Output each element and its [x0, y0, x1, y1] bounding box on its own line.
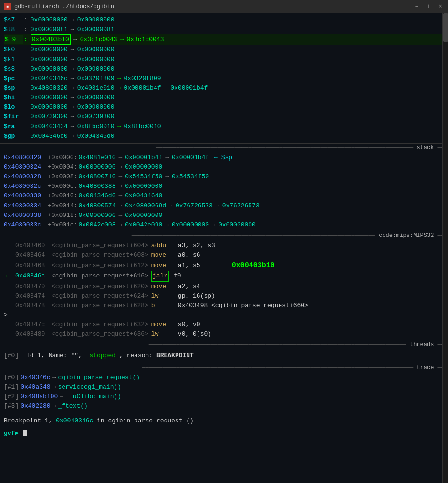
register-s8: $s8 0x00000000 → 0x00000000 [4, 64, 444, 74]
scrollbar[interactable] [442, 13, 448, 483]
titlebar: ■ gdb-multiarch ./htdocs/cgibin − + × [0, 0, 448, 13]
trace-section-label: ────────────────────────────────────────… [0, 363, 448, 372]
registers-section: $s7 : 0x00000000 → 0x00000000 $t8 : 0x00… [0, 13, 448, 143]
code-section: 0x403460 <cgibin_parse_request+604> addu… [0, 240, 448, 340]
register-t9: $t9 : 0x00403b10 → 0x3c1c0043 → 0x3c1c00… [4, 34, 444, 45]
code-row: 0x403474 <cgibin_parse_request+624> lw g… [4, 291, 444, 301]
bottom-output: Breakpoint 1, 0x0040346c in cgibin_parse… [0, 412, 448, 428]
code-row: 0x403480 <cgibin_parse_request+636> lw v… [4, 329, 444, 339]
stack-row: 0x40800324 +0x0004: 0x00000000 → 0x00000… [4, 163, 444, 172]
close-button[interactable]: × [437, 3, 444, 10]
register-lo: $lo 0x00000000 → 0x00000000 [4, 103, 444, 112]
prompt-text: gef▶ [4, 429, 22, 437]
current-line-arrow: → [4, 271, 12, 281]
code-row-current: → 0x40346c <cgibin_parse_request+616> ja… [4, 271, 444, 281]
code-row: 0x403468 <cgibin_parse_request+612> move… [4, 260, 444, 271]
stack-row: 0x40800330 +0x0010: 0x004346d0 → 0x00434… [4, 191, 444, 201]
code-row: 0x403460 <cgibin_parse_request+604> addu… [4, 241, 444, 250]
thread-row: [#0] Id 1, Name: "", stopped , reason: B… [4, 351, 444, 360]
stack-section-label: ────────────────────────────────────────… [0, 143, 448, 152]
cursor [23, 430, 27, 436]
register-sp: $sp 0x40800320 → 0x4081e010 → 0x00001b4f… [4, 83, 444, 93]
trace-row: [#0] 0x40346c → cgibin_parse_request() [4, 373, 444, 382]
stack-row: 0x40800338 +0x0018: 0x00000000 → 0x00000… [4, 211, 444, 220]
minimize-button[interactable]: − [413, 3, 420, 10]
code-row: 0x403464 <cgibin_parse_request+608> move… [4, 250, 444, 260]
title-text: gdb-multiarch ./htdocs/cgibin [14, 3, 114, 10]
stack-row: 0x40800320 +0x0000: 0x4081e010 → 0x00001… [4, 153, 444, 163]
app-icon: ■ [4, 3, 11, 10]
register-k0: $k0 0x00000000 → 0x00000000 [4, 45, 444, 54]
code-prompt-line: > [4, 310, 444, 320]
titlebar-controls: − + × [413, 3, 444, 10]
stack-row: 0x40800334 +0x0014: 0x40800574 → 0x40800… [4, 201, 444, 211]
code-section-label: ────────────────────────────────────────… [0, 231, 448, 240]
stack-row: 0x4080033c +0x001c: 0x0042e008 → 0x0042e… [4, 220, 444, 230]
prompt-line: gef▶ [0, 428, 448, 438]
reg-name: $s7 [4, 15, 23, 25]
register-fir: $fir 0x00739300 → 0x00739300 [4, 112, 444, 122]
register-s7: $s7 : 0x00000000 → 0x00000000 [4, 15, 444, 25]
titlebar-left: ■ gdb-multiarch ./htdocs/cgibin [4, 3, 114, 10]
register-pc: $pc 0x0040346c → 0x0320f809 → 0x0320f809 [4, 74, 444, 83]
scrollbar-thumb[interactable] [443, 13, 448, 42]
main-terminal: $s7 : 0x00000000 → 0x00000000 $t8 : 0x00… [0, 13, 448, 483]
register-k1: $k1 0x00000000 → 0x00000000 [4, 55, 444, 64]
trace-row: [#1] 0x40a348 → servicecgi_main() [4, 382, 444, 392]
register-gp: $gp 0x004346d0 → 0x004346d0 [4, 132, 444, 141]
trace-row: [#2] 0x408abf00 → __uClibc_main() [4, 392, 444, 401]
threads-section: [#0] Id 1, Name: "", stopped , reason: B… [0, 349, 448, 362]
trace-row: [#3] 0x402280 → _ftext() [4, 401, 444, 411]
trace-section: [#0] 0x40346c → cgibin_parse_request() [… [0, 372, 448, 412]
maximize-button[interactable]: + [425, 3, 432, 10]
stack-row: 0x4080032c +0x000c: 0x40800388 → 0x00000… [4, 182, 444, 191]
stack-section: 0x40800320 +0x0000: 0x4081e010 → 0x00001… [0, 152, 448, 231]
register-ra: $ra 0x00403434 → 0x8fbc0010 → 0x8fbc0010 [4, 122, 444, 132]
stack-row: 0x40800328 +0x0008: 0x40800710 → 0x54534… [4, 172, 444, 182]
register-hi: $hi 0x00000000 → 0x00000000 [4, 93, 444, 103]
code-row: 0x403478 <cgibin_parse_request+628> b 0x… [4, 301, 444, 310]
breakpoint-output: Breakpoint 1, 0x0040346c in cgibin_parse… [4, 416, 444, 426]
register-t8: $t8 : 0x00000081 → 0x00000081 [4, 25, 444, 34]
threads-section-label: ────────────────────────────────────────… [0, 340, 448, 349]
code-row: 0x403470 <cgibin_parse_request+620> move… [4, 282, 444, 291]
code-row: 0x40347c <cgibin_parse_request+632> move… [4, 320, 444, 329]
